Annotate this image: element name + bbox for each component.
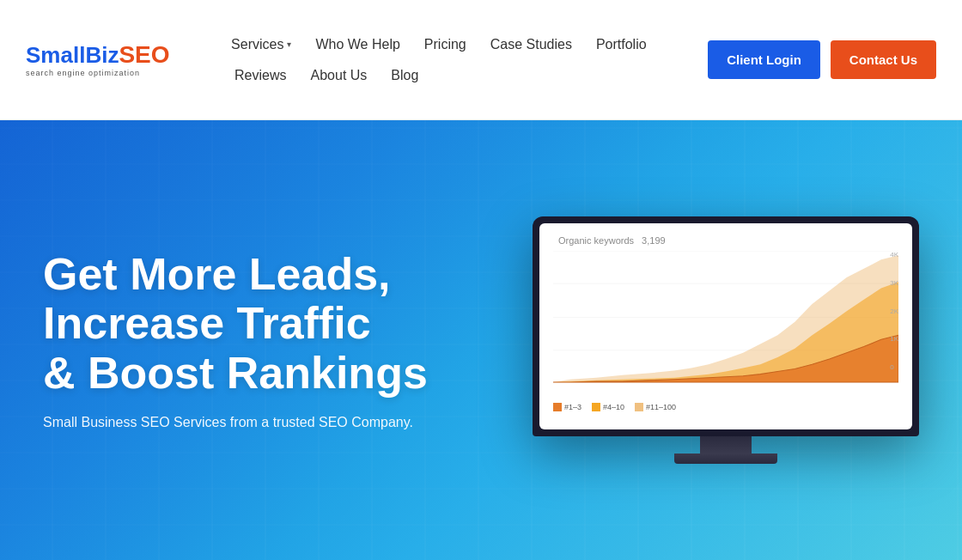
nav-bottom: Reviews About Us Blog xyxy=(226,63,427,88)
nav-case-studies[interactable]: Case Studies xyxy=(482,32,581,58)
chart-legend: #1–3 #4–10 #11–100 xyxy=(553,403,898,411)
nav-pricing[interactable]: Pricing xyxy=(416,32,475,58)
legend-item-11-100: #11–100 xyxy=(635,403,676,411)
nav-top: Services ▾ Who We Help Pricing Case Stud… xyxy=(222,32,655,58)
nav-blog[interactable]: Blog xyxy=(382,63,427,88)
legend-dot-peach xyxy=(635,403,643,411)
stand-neck xyxy=(700,436,752,453)
legend-dot-orange xyxy=(553,403,562,411)
header: SmallBizSEO search engine optimization S… xyxy=(0,0,962,120)
legend-label-4-10: #4–10 xyxy=(603,403,624,411)
chart-label: Organic keywords 3,199 xyxy=(553,235,898,246)
legend-item-4-10: #4–10 xyxy=(592,403,624,411)
legend-dot-light-orange xyxy=(592,403,600,411)
chart-area: Jan 2016 Jan 2017 Jan 2018 Jan 2019 Jan … xyxy=(553,251,898,401)
header-buttons: Client Login Contact Us xyxy=(708,40,936,79)
monitor-frame: Organic keywords 3,199 xyxy=(533,216,919,436)
hero-subtext: Small Business SEO Services from a trust… xyxy=(43,415,498,430)
y-label-1k: 1K xyxy=(890,335,898,343)
logo-small-text: Small xyxy=(26,42,85,68)
nav-reviews[interactable]: Reviews xyxy=(226,63,295,88)
y-label-3k: 3K xyxy=(890,279,898,287)
nav-who-we-help[interactable]: Who We Help xyxy=(307,32,408,58)
hero-headline: Get More Leads, Increase Traffic & Boost… xyxy=(43,250,498,398)
monitor-stand xyxy=(533,436,919,464)
nav-portfolio[interactable]: Portfolio xyxy=(588,32,655,58)
stand-base xyxy=(674,453,777,464)
chevron-down-icon: ▾ xyxy=(287,40,291,49)
legend-item-1-3: #1–3 xyxy=(553,403,581,411)
logo-biz-text: Biz xyxy=(85,42,119,68)
logo-seo-text: SEO xyxy=(119,41,169,68)
logo[interactable]: SmallBizSEO search engine optimization xyxy=(26,43,170,77)
client-login-button[interactable]: Client Login xyxy=(708,40,820,79)
nav-container: Services ▾ Who We Help Pricing Case Stud… xyxy=(222,32,655,88)
y-axis: 4K 3K 2K 1K 0 xyxy=(890,251,898,371)
legend-label-1-3: #1–3 xyxy=(564,403,581,411)
hero-monitor: Organic keywords 3,199 xyxy=(533,216,919,464)
legend-label-11-100: #11–100 xyxy=(646,403,676,411)
y-label-0: 0 xyxy=(890,363,898,371)
nav-about-us[interactable]: About Us xyxy=(302,63,376,88)
hero-section: Get More Leads, Increase Traffic & Boost… xyxy=(0,120,962,560)
nav-services[interactable]: Services ▾ xyxy=(222,32,300,58)
y-label-4k: 4K xyxy=(890,251,898,259)
hero-content: Get More Leads, Increase Traffic & Boost… xyxy=(0,182,962,498)
hero-text: Get More Leads, Increase Traffic & Boost… xyxy=(43,250,498,430)
chart-svg: Jan 2016 Jan 2017 Jan 2018 Jan 2019 Jan … xyxy=(553,251,898,384)
monitor-screen: Organic keywords 3,199 xyxy=(539,223,912,429)
y-label-2k: 2K xyxy=(890,307,898,315)
contact-us-button[interactable]: Contact Us xyxy=(831,40,936,79)
logo-tagline: search engine optimization xyxy=(26,69,140,77)
